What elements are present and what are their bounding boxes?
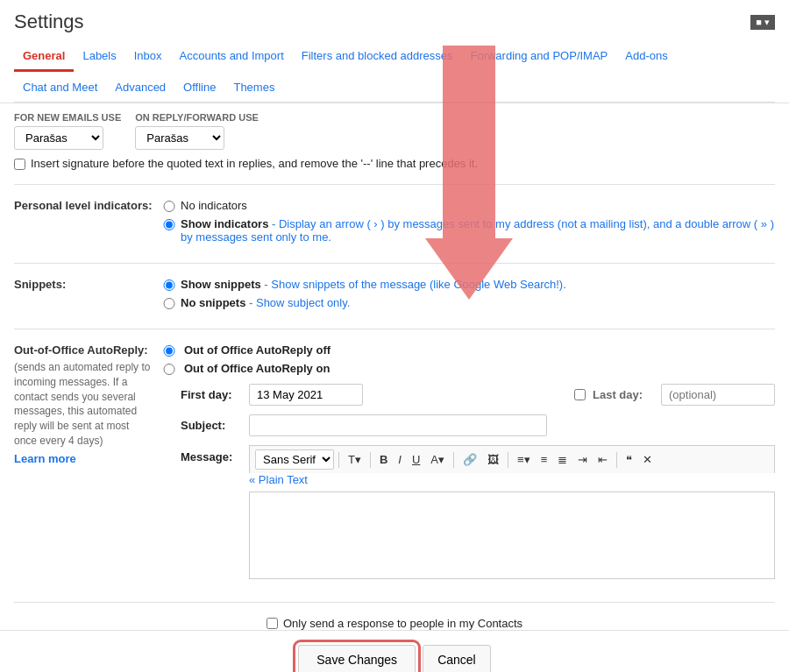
show-indicators-row: Show indicators - Display an arrow ( › )… — [163, 217, 775, 244]
ordered-list-button[interactable]: ≡ — [537, 450, 552, 469]
first-day-label: First day: — [181, 388, 242, 401]
oof-fields: First day: Last day: Subject: Message: — [181, 384, 775, 579]
out-of-office-section: Out-of-Office AutoReply: (sends an autom… — [14, 329, 775, 603]
for-new-select[interactable]: Parašas — [14, 126, 103, 150]
tab-forwarding[interactable]: Forwarding and POP/IMAP — [461, 42, 616, 72]
show-indicators-bold: Show indicators — [181, 217, 268, 230]
show-indicators-radio[interactable] — [163, 219, 175, 230]
italic-button[interactable]: I — [394, 450, 406, 469]
oof-content: Out of Office AutoReply off Out of Offic… — [163, 343, 775, 588]
only-contacts-row: Only send a response to people in my Con… — [14, 617, 775, 630]
no-snippets-bold: No snippets — [181, 296, 245, 309]
toolbar-sep-4 — [508, 452, 508, 468]
show-snippets-radio[interactable] — [163, 279, 175, 291]
show-indicators-text: Show indicators - Display an arrow ( › )… — [181, 217, 775, 244]
no-snippets-text: No snippets - Show subject only. — [181, 296, 350, 309]
tab-offline[interactable]: Offline — [174, 75, 224, 102]
message-toolbar: Sans Serif T▾ B I U A▾ 🔗 🖼 — [249, 445, 775, 473]
plain-text-link[interactable]: « Plain Text — [249, 473, 775, 486]
oof-off-label: Out of Office AutoReply off — [184, 343, 331, 357]
tab-filters[interactable]: Filters and blocked addresses — [293, 42, 462, 72]
no-snippets-desc: - Show subject only. — [245, 296, 350, 309]
tab-advanced[interactable]: Advanced — [106, 75, 174, 102]
oof-sublabel: (sends an automated reply to incoming me… — [14, 360, 154, 449]
personal-indicators-content: No indicators Show indicators - Display … — [163, 199, 775, 249]
personal-indicators-section: Personal level indicators: No indicators… — [14, 185, 775, 264]
tab-themes[interactable]: Themes — [224, 75, 283, 102]
unordered-list-button[interactable]: ≣ — [553, 450, 572, 469]
subject-input[interactable] — [249, 414, 547, 436]
last-day-checkbox[interactable] — [574, 389, 586, 400]
image-button[interactable]: 🖼 — [483, 450, 503, 469]
on-reply-col: ON REPLY/FORWARD USE Parašas — [135, 112, 259, 150]
show-snippets-text: Show snippets - Show snippets of the mes… — [181, 278, 566, 291]
oof-on-radio[interactable] — [163, 364, 175, 375]
toolbar-sep-3 — [453, 452, 454, 468]
bold-button[interactable]: B — [375, 450, 392, 469]
first-day-row: First day: Last day: — [181, 384, 775, 406]
oof-off-radio[interactable] — [163, 345, 175, 357]
tab-accounts-import[interactable]: Accounts and Import — [171, 42, 293, 72]
oof-on-label: Out of Office AutoReply on — [184, 362, 330, 375]
no-indicators-row: No indicators — [163, 199, 775, 212]
oof-label: Out-of-Office AutoReply: (sends an autom… — [14, 343, 163, 465]
on-reply-label: ON REPLY/FORWARD USE — [135, 112, 259, 123]
cancel-button[interactable]: Cancel — [423, 645, 491, 672]
last-day-input[interactable] — [661, 384, 775, 406]
tab-inbox[interactable]: Inbox — [125, 42, 171, 72]
sig-before-quoted-checkbox[interactable] — [14, 159, 25, 170]
main-nav: General Labels Inbox Accounts and Import… — [14, 42, 775, 72]
message-row: Message: Sans Serif T▾ B I U A — [181, 445, 775, 579]
show-snippets-row: Show snippets - Show snippets of the mes… — [163, 278, 775, 291]
first-day-input[interactable] — [249, 384, 363, 406]
toolbar-sep-5 — [616, 452, 617, 468]
align-button[interactable]: ≡▾ — [513, 450, 535, 469]
subject-row: Subject: — [181, 414, 775, 436]
show-snippets-bold: Show snippets — [181, 278, 261, 291]
tab-chat-meet[interactable]: Chat and Meet — [14, 75, 106, 102]
tab-labels[interactable]: Labels — [74, 42, 124, 72]
oof-main-label: Out-of-Office AutoReply: — [14, 343, 148, 357]
font-select[interactable]: Sans Serif — [255, 449, 334, 470]
toolbar-sep-2 — [370, 452, 371, 468]
tab-addons[interactable]: Add-ons — [616, 42, 676, 72]
oof-off-row: Out of Office AutoReply off — [163, 343, 775, 357]
font-size-button[interactable]: T▾ — [344, 450, 366, 469]
tab-general[interactable]: General — [14, 42, 74, 72]
only-contacts-label: Only send a response to people in my Con… — [283, 617, 522, 630]
no-indicators-radio[interactable] — [163, 201, 175, 212]
underline-button[interactable]: U — [408, 450, 424, 469]
toolbar-sep-1 — [338, 452, 339, 468]
sub-nav: Chat and Meet Advanced Offline Themes — [14, 72, 775, 103]
subject-label: Subject: — [181, 419, 242, 432]
indent-button[interactable]: ⇥ — [573, 450, 592, 469]
learn-more-link[interactable]: Learn more — [14, 452, 154, 465]
message-editor-container: Sans Serif T▾ B I U A▾ 🔗 🖼 — [249, 445, 775, 579]
sig-checkbox-label: Insert signature before the quoted text … — [31, 157, 478, 170]
snippets-section: Snippets: Show snippets - Show snippets … — [14, 264, 775, 329]
last-day-label: Last day: — [593, 388, 654, 401]
personal-indicators-label: Personal level indicators: — [14, 199, 163, 249]
message-editor[interactable] — [249, 492, 775, 579]
quote-button[interactable]: ❝ — [622, 450, 636, 469]
on-reply-select[interactable]: Parašas — [135, 126, 224, 150]
no-snippets-radio[interactable] — [163, 298, 175, 309]
message-label: Message: — [181, 450, 242, 463]
only-contacts-checkbox[interactable] — [267, 618, 278, 629]
page-title: Settings — [14, 11, 84, 33]
show-indicators-desc: - Display an arrow ( › ) by messages sen… — [181, 217, 774, 244]
sig-checkbox-row: Insert signature before the quoted text … — [14, 157, 775, 170]
link-button[interactable]: 🔗 — [458, 450, 481, 469]
save-changes-button[interactable]: Save Changes — [298, 645, 416, 672]
snippets-content: Show snippets - Show snippets of the mes… — [163, 278, 775, 315]
signature-section: FOR NEW EMAILS USE Parašas ON REPLY/FORW… — [14, 103, 775, 185]
for-new-col: FOR NEW EMAILS USE Parašas — [14, 112, 121, 150]
remove-format-button[interactable]: ✕ — [638, 450, 657, 469]
no-indicators-label: No indicators — [181, 199, 247, 212]
text-color-button[interactable]: A▾ — [426, 450, 449, 469]
grid-icon[interactable]: ■ ▾ — [750, 15, 775, 30]
show-snippets-desc: - Show snippets of the message (like Goo… — [261, 278, 566, 291]
snippets-label: Snippets: — [14, 278, 163, 315]
oof-on-row: Out of Office AutoReply on — [163, 362, 775, 375]
outdent-button[interactable]: ⇤ — [594, 450, 612, 469]
